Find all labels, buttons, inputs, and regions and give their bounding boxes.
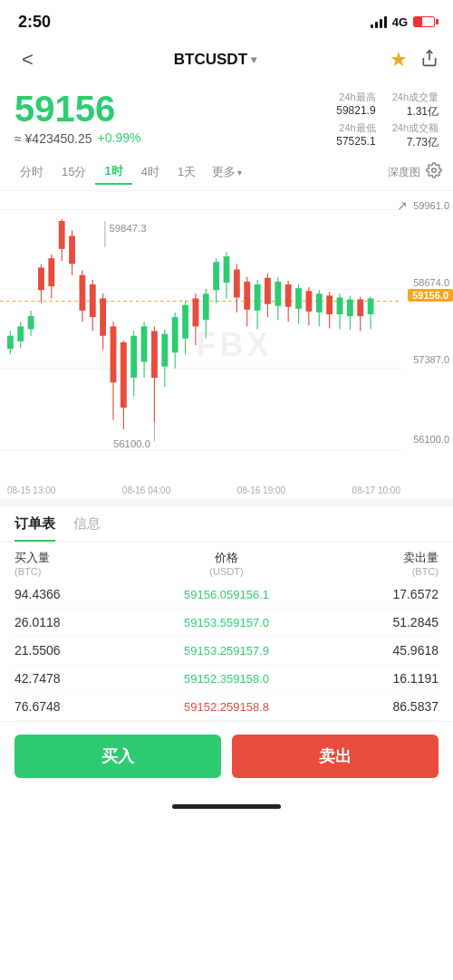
svg-rect-26 bbox=[80, 275, 86, 311]
stat-vol-label: 24h成交量 bbox=[392, 91, 439, 104]
x-label-4: 08-17 10:00 bbox=[352, 485, 400, 495]
header-price: 价格 (USDT) bbox=[50, 550, 403, 577]
status-bar: 2:50 4G bbox=[0, 0, 453, 40]
svg-rect-40 bbox=[151, 331, 158, 379]
price-label-2: 58674.0 bbox=[413, 277, 453, 288]
svg-rect-42 bbox=[161, 334, 168, 367]
current-price-tag: 59156.0 bbox=[408, 289, 453, 302]
price-4: 59152.359158.0 bbox=[87, 672, 366, 686]
status-icons: 4G bbox=[371, 15, 435, 29]
svg-rect-78 bbox=[347, 300, 353, 317]
header-title: BTCUSDT ▾ bbox=[174, 51, 256, 69]
stat-amount-label: 24h成交额 bbox=[392, 121, 439, 135]
stat-high-label: 24h最高 bbox=[339, 91, 375, 104]
table-row: 76.6748 59152.259158.8 86.5837 bbox=[14, 693, 439, 721]
svg-rect-30 bbox=[100, 298, 106, 335]
buy-qty-2: 26.0118 bbox=[14, 615, 87, 629]
tab-fenshi[interactable]: 分时 bbox=[11, 160, 53, 184]
sell-qty-5: 86.5837 bbox=[366, 699, 439, 714]
svg-rect-38 bbox=[141, 326, 148, 361]
svg-rect-46 bbox=[182, 305, 188, 339]
table-row: 42.7478 59152.359158.0 16.1191 bbox=[14, 665, 439, 693]
sell-qty-4: 16.1191 bbox=[366, 671, 439, 686]
sell-qty-2: 51.2845 bbox=[366, 615, 439, 629]
svg-rect-62 bbox=[265, 278, 271, 304]
svg-rect-52 bbox=[213, 262, 219, 290]
svg-rect-18 bbox=[38, 267, 44, 290]
svg-rect-22 bbox=[59, 221, 65, 249]
buy-qty-5: 76.6748 bbox=[14, 699, 87, 714]
price-3: 59153.259157.9 bbox=[87, 644, 366, 658]
tab-1day[interactable]: 1天 bbox=[169, 160, 205, 184]
svg-rect-16 bbox=[28, 316, 34, 329]
order-book-header: 买入量 (BTC) 价格 (USDT) 卖出量 (BTC) bbox=[0, 543, 453, 581]
svg-rect-34 bbox=[120, 342, 127, 408]
tab-4h[interactable]: 4时 bbox=[132, 160, 169, 184]
order-tabs: 订单表 信息 bbox=[0, 506, 453, 543]
svg-rect-50 bbox=[203, 293, 209, 320]
price-cny: ≈ ¥423450.25 bbox=[14, 131, 92, 146]
price-1: 59156.059156.1 bbox=[87, 588, 366, 601]
expand-icon[interactable]: ↗ bbox=[397, 198, 408, 213]
stat-high: 24h最高 59821.9 bbox=[329, 91, 375, 120]
svg-rect-12 bbox=[7, 336, 14, 349]
x-label-1: 08-15 13:00 bbox=[7, 485, 55, 495]
x-label-3: 08-16 19:00 bbox=[237, 485, 285, 495]
svg-rect-32 bbox=[111, 326, 117, 382]
network-label: 4G bbox=[392, 15, 408, 29]
stat-high-value: 59821.9 bbox=[336, 104, 375, 117]
svg-text:59847.3: 59847.3 bbox=[109, 224, 146, 234]
home-indicator bbox=[172, 804, 281, 809]
price-section: 59156 ≈ ¥423450.25 +0.99% 24h最高 59821.9 … bbox=[0, 83, 453, 154]
header-sell: 卖出量 (BTC) bbox=[403, 550, 439, 577]
price-change: +0.99% bbox=[98, 130, 141, 145]
svg-rect-48 bbox=[193, 298, 199, 326]
svg-rect-72 bbox=[316, 293, 323, 312]
svg-rect-68 bbox=[295, 288, 302, 309]
price-sub-row: ≈ ¥423450.25 +0.99% bbox=[14, 129, 329, 146]
price-label-bottom: 56100.0 bbox=[413, 434, 453, 445]
buy-qty-3: 21.5506 bbox=[14, 643, 87, 658]
price-label-top: 59961.0 bbox=[413, 200, 453, 211]
svg-point-1 bbox=[432, 168, 437, 173]
sell-button[interactable]: 卖出 bbox=[232, 735, 439, 778]
share-icon[interactable] bbox=[420, 49, 439, 72]
svg-rect-56 bbox=[234, 270, 240, 298]
svg-rect-60 bbox=[255, 284, 261, 311]
svg-rect-64 bbox=[275, 282, 281, 306]
stat-vol: 24h成交量 1.31亿 bbox=[392, 91, 439, 120]
x-label-2: 08-16 04:00 bbox=[122, 485, 170, 495]
svg-rect-76 bbox=[337, 297, 343, 314]
price-2: 59153.559157.0 bbox=[87, 616, 366, 629]
tab-1h[interactable]: 1时 bbox=[95, 159, 131, 185]
svg-rect-54 bbox=[224, 256, 230, 283]
tab-more[interactable]: 更多 ▾ bbox=[205, 160, 249, 184]
back-button[interactable]: < bbox=[14, 44, 41, 75]
stat-amount-value: 7.73亿 bbox=[407, 135, 439, 150]
svg-rect-28 bbox=[90, 284, 96, 317]
buy-button[interactable]: 买入 bbox=[14, 735, 221, 778]
pair-dropdown-icon[interactable]: ▾ bbox=[251, 53, 256, 66]
favorite-icon[interactable]: ★ bbox=[390, 48, 408, 72]
stat-low-label: 24h最低 bbox=[339, 121, 375, 135]
price-stats: 24h最高 59821.9 24h成交量 1.31亿 24h最低 57525.1… bbox=[329, 89, 439, 150]
svg-rect-82 bbox=[368, 298, 374, 314]
svg-rect-36 bbox=[130, 336, 137, 378]
buy-qty-4: 42.7478 bbox=[14, 671, 87, 686]
price-label-3: 57387.0 bbox=[413, 354, 453, 365]
chart-watermark: FBX bbox=[196, 326, 272, 364]
tab-orderbook[interactable]: 订单表 bbox=[14, 515, 55, 542]
chart-tabs: 分时 15分 1时 4时 1天 更多 ▾ 深度图 bbox=[0, 154, 453, 191]
header-buy: 买入量 (BTC) bbox=[14, 550, 50, 577]
settings-icon[interactable] bbox=[426, 162, 442, 182]
tab-info[interactable]: 信息 bbox=[73, 515, 101, 542]
table-row: 26.0118 59153.559157.0 51.2845 bbox=[14, 609, 439, 637]
pair-label: BTCUSDT bbox=[174, 51, 247, 69]
svg-rect-24 bbox=[69, 235, 75, 264]
depth-chart-button[interactable]: 深度图 bbox=[382, 163, 426, 182]
battery-icon bbox=[413, 16, 435, 27]
svg-rect-44 bbox=[172, 317, 178, 352]
tab-15min[interactable]: 15分 bbox=[53, 160, 95, 184]
chart-area[interactable]: FBX ↗ 59961.0 58674.0 57387.0 56100.0 59… bbox=[0, 191, 453, 499]
svg-rect-66 bbox=[285, 284, 292, 307]
